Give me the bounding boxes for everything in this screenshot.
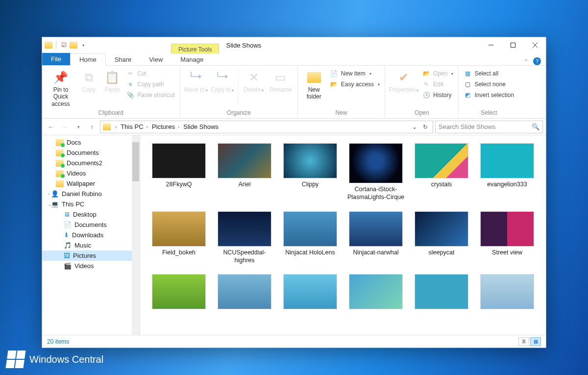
select-none-button[interactable]: ▢Select none <box>462 79 516 89</box>
tab-file[interactable]: File <box>42 53 70 65</box>
paste-button[interactable]: 📋 Paste <box>101 67 123 93</box>
edit-button[interactable]: ✎Edit <box>420 79 455 89</box>
ribbon: 📌 Pin to Quick access ⧉ Copy 📋 Paste ✂Cu… <box>42 66 546 119</box>
tab-manage[interactable]: Manage <box>172 52 212 65</box>
refresh-button[interactable]: ↻ <box>420 124 431 130</box>
search-icon: 🔍 <box>532 123 539 130</box>
details-view-button[interactable]: ≣ <box>518 337 529 346</box>
back-button[interactable]: ← <box>45 121 57 133</box>
tree-item-documents2[interactable]: Documents2 <box>42 158 140 168</box>
tab-view[interactable]: View <box>140 54 172 65</box>
up-button[interactable]: ↑ <box>86 121 98 133</box>
paste-shortcut-icon: 📎 <box>126 91 134 99</box>
music-icon: 🎵 <box>64 242 72 249</box>
qat-dropdown-icon[interactable]: ▾ <box>79 41 88 50</box>
tab-share[interactable]: Share <box>106 54 141 65</box>
group-select-label: Select <box>462 108 516 118</box>
easy-access-icon: 📂 <box>330 80 338 88</box>
copy-button[interactable]: ⧉ Copy <box>77 67 100 93</box>
forward-button[interactable]: → <box>59 121 71 133</box>
collapse-ribbon-icon[interactable]: ⌃ <box>524 58 528 65</box>
navigation-pane: Docs Documents Documents2 Videos Wallpap… <box>42 135 140 335</box>
minimize-button[interactable] <box>480 37 502 53</box>
tree-item-documents-pc[interactable]: 📄Documents <box>42 220 140 230</box>
file-item[interactable]: Ninjacat-narwhal <box>346 211 406 265</box>
qat-newfolder-icon[interactable] <box>69 41 78 50</box>
qat-properties-icon[interactable]: ☑ <box>59 41 68 50</box>
breadcrumb-this-pc[interactable]: This PC› <box>121 123 150 130</box>
file-item[interactable]: Street view <box>477 211 537 265</box>
file-item[interactable]: Ariel <box>215 143 274 201</box>
pin-quick-access-button[interactable]: 📌 Pin to Quick access <box>45 67 76 107</box>
new-folder-button[interactable]: New folder <box>301 67 327 100</box>
thumbnails-view-button[interactable]: ▦ <box>530 337 541 346</box>
edit-icon: ✎ <box>422 80 430 88</box>
paste-icon: 📋 <box>104 70 120 85</box>
copy-path-button[interactable]: ≡Copy path <box>124 79 177 89</box>
file-list: 28FkywQ Ariel Clippy Cortana-iStock-Plas… <box>140 135 546 335</box>
close-button[interactable] <box>524 37 546 53</box>
file-item[interactable]: Cortana-iStock-PlasmaLights-Cirque <box>346 143 406 201</box>
pc-icon: 💻 <box>51 200 59 208</box>
file-item[interactable]: 28FkywQ <box>149 143 209 201</box>
pictures-icon: 🖼 <box>64 252 70 259</box>
search-input[interactable]: Search Slide Shows 🔍 <box>435 121 543 133</box>
folder-icon <box>44 41 53 50</box>
recent-dropdown[interactable]: ▾ <box>73 121 84 133</box>
copy-to-button[interactable]: ⮡ Copy to▾ <box>210 67 235 93</box>
maximize-button[interactable] <box>502 37 524 53</box>
thumbnail <box>480 211 534 247</box>
tree-item-videos-pc[interactable]: 🎬Videos <box>42 261 140 271</box>
file-item[interactable]: Ninjacat HoloLens <box>280 211 340 265</box>
new-item-button[interactable]: 📄New item▾ <box>328 69 382 78</box>
paste-shortcut-button[interactable]: 📎Paste shortcut <box>124 90 177 100</box>
group-organize-label: Organize <box>183 108 294 118</box>
move-to-button[interactable]: ⮡ Move to▾ <box>183 67 209 93</box>
context-tab-picture-tools: Picture Tools <box>171 44 219 53</box>
file-item[interactable] <box>149 274 209 311</box>
open-button[interactable]: 📂Open▾ <box>420 69 455 78</box>
tree-item-pictures[interactable]: 🖼Pictures <box>42 250 140 261</box>
file-item[interactable] <box>346 274 406 311</box>
open-icon: 📂 <box>422 70 430 77</box>
file-item[interactable]: crystals <box>412 143 471 201</box>
sidebar-scrollbar[interactable] <box>132 135 140 335</box>
easy-access-button[interactable]: 📂Easy access▾ <box>328 79 382 89</box>
address-bar[interactable]: › This PC› Pictures› Slide Shows ⌄ ↻ <box>100 121 433 133</box>
move-to-icon: ⮡ <box>188 70 204 85</box>
file-item[interactable] <box>412 274 471 311</box>
address-dropdown[interactable]: ⌄ <box>409 124 420 130</box>
file-item[interactable]: Clippy <box>280 143 340 201</box>
file-item[interactable]: NCUSpeeddial-highres <box>215 211 274 265</box>
breadcrumb-pictures[interactable]: Pictures› <box>152 123 181 130</box>
thumbnail <box>152 274 206 309</box>
properties-button[interactable]: ✔ Properties▾ <box>388 67 419 93</box>
select-all-button[interactable]: ▦Select all <box>462 69 516 78</box>
breadcrumb-slide-shows[interactable]: Slide Shows <box>183 123 219 130</box>
watermark-text: Windows Central <box>29 354 103 365</box>
delete-button[interactable]: ✕ Delete▾ <box>242 67 266 93</box>
file-item[interactable] <box>477 274 537 311</box>
select-none-icon: ▢ <box>464 80 471 88</box>
file-item[interactable]: evangelion333 <box>477 143 537 201</box>
tree-item-this-pc[interactable]: ⌄💻This PC <box>42 199 140 209</box>
tree-item-downloads[interactable]: ⬇Downloads <box>42 230 140 240</box>
history-button[interactable]: 🕓History <box>420 90 455 100</box>
tree-item-videos[interactable]: Videos <box>42 168 140 178</box>
cut-button[interactable]: ✂Cut <box>124 69 177 78</box>
tree-item-user[interactable]: ›👤Daniel Rubino <box>42 189 140 199</box>
file-item[interactable]: sleepycat <box>412 211 471 265</box>
file-item[interactable] <box>215 274 274 311</box>
rename-button[interactable]: ▭ Rename <box>267 67 294 93</box>
thumbnail <box>415 143 468 178</box>
file-item[interactable]: Field_bokeh <box>149 211 209 265</box>
tab-home[interactable]: Home <box>70 53 106 66</box>
help-icon[interactable]: ? <box>533 57 541 65</box>
file-item[interactable] <box>280 274 340 311</box>
tree-item-docs[interactable]: Docs <box>42 137 140 148</box>
tree-item-music[interactable]: 🎵Music <box>42 240 140 250</box>
tree-item-wallpaper[interactable]: Wallpaper <box>42 178 140 189</box>
tree-item-documents[interactable]: Documents <box>42 148 140 158</box>
invert-selection-button[interactable]: ◩Invert selection <box>462 90 516 100</box>
tree-item-desktop[interactable]: 🖥Desktop <box>42 209 140 220</box>
